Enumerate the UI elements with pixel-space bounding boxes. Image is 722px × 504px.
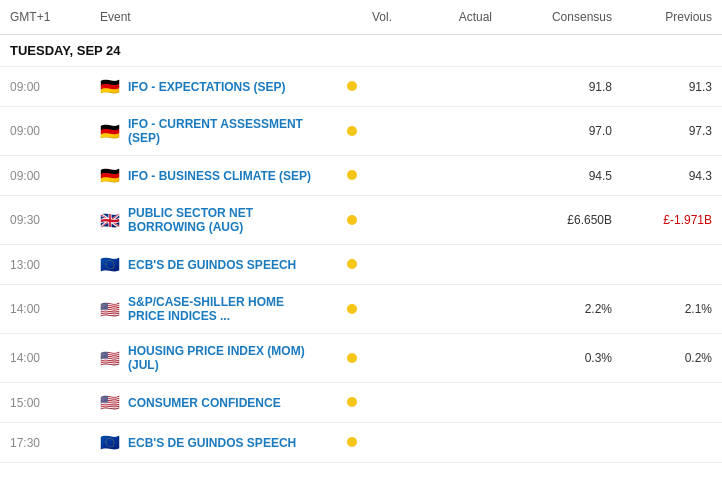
event-consensus: 2.2% (492, 302, 612, 316)
country-flag: 🇺🇸 (100, 300, 120, 319)
event-name[interactable]: 🇪🇺 ECB'S DE GUINDOS SPEECH (100, 255, 312, 274)
event-vol (312, 213, 392, 228)
event-vol (312, 79, 392, 94)
event-previous: £-1.971B (612, 213, 712, 227)
header-event: Event (100, 10, 312, 24)
events-list: 09:00 🇩🇪 IFO - EXPECTATIONS (SEP) 91.8 9… (0, 67, 722, 463)
event-time: 13:00 (10, 258, 100, 272)
event-vol (312, 124, 392, 139)
volatility-dot (347, 397, 357, 407)
event-time: 17:30 (10, 436, 100, 450)
event-name[interactable]: 🇩🇪 IFO - CURRENT ASSESSMENT (SEP) (100, 117, 312, 145)
table-row[interactable]: 09:30 🇬🇧 PUBLIC SECTOR NET BORROWING (AU… (0, 196, 722, 245)
header-actual: Actual (392, 10, 492, 24)
event-time: 14:00 (10, 351, 100, 365)
event-time: 14:00 (10, 302, 100, 316)
volatility-dot (347, 81, 357, 91)
event-vol (312, 395, 392, 410)
event-name[interactable]: 🇬🇧 PUBLIC SECTOR NET BORROWING (AUG) (100, 206, 312, 234)
event-time: 15:00 (10, 396, 100, 410)
table-row[interactable]: 15:00 🇺🇸 CONSUMER CONFIDENCE (0, 383, 722, 423)
volatility-dot (347, 437, 357, 447)
event-previous: 97.3 (612, 124, 712, 138)
country-flag: 🇩🇪 (100, 77, 120, 96)
volatility-dot (347, 353, 357, 363)
event-time: 09:00 (10, 80, 100, 94)
event-vol (312, 351, 392, 366)
country-flag: 🇺🇸 (100, 393, 120, 412)
header-vol: Vol. (312, 10, 392, 24)
table-row[interactable]: 14:00 🇺🇸 HOUSING PRICE INDEX (MOM) (JUL)… (0, 334, 722, 383)
event-vol (312, 302, 392, 317)
event-name[interactable]: 🇪🇺 ECB'S DE GUINDOS SPEECH (100, 433, 312, 452)
event-consensus: 94.5 (492, 169, 612, 183)
table-row[interactable]: 14:00 🇺🇸 S&P/CASE-SHILLER HOME PRICE IND… (0, 285, 722, 334)
event-vol (312, 168, 392, 183)
event-name[interactable]: 🇺🇸 S&P/CASE-SHILLER HOME PRICE INDICES .… (100, 295, 312, 323)
event-consensus: 91.8 (492, 80, 612, 94)
volatility-dot (347, 170, 357, 180)
event-consensus: 97.0 (492, 124, 612, 138)
volatility-dot (347, 215, 357, 225)
event-time: 09:00 (10, 124, 100, 138)
table-row[interactable]: 13:00 🇪🇺 ECB'S DE GUINDOS SPEECH (0, 245, 722, 285)
country-flag: 🇩🇪 (100, 166, 120, 185)
table-row[interactable]: 09:00 🇩🇪 IFO - BUSINESS CLIMATE (SEP) 94… (0, 156, 722, 196)
country-flag: 🇩🇪 (100, 122, 120, 141)
event-previous: 91.3 (612, 80, 712, 94)
event-previous: 94.3 (612, 169, 712, 183)
date-section-header: TUESDAY, SEP 24 (0, 35, 722, 67)
event-previous: 2.1% (612, 302, 712, 316)
volatility-dot (347, 126, 357, 136)
table-row[interactable]: 09:00 🇩🇪 IFO - EXPECTATIONS (SEP) 91.8 9… (0, 67, 722, 107)
country-flag: 🇪🇺 (100, 433, 120, 452)
header-consensus: Consensus (492, 10, 612, 24)
table-header: GMT+1 Event Vol. Actual Consensus Previo… (0, 0, 722, 35)
volatility-dot (347, 304, 357, 314)
event-time: 09:00 (10, 169, 100, 183)
event-vol (312, 257, 392, 272)
event-consensus: 0.3% (492, 351, 612, 365)
country-flag: 🇪🇺 (100, 255, 120, 274)
event-consensus: £6.650B (492, 213, 612, 227)
event-name[interactable]: 🇩🇪 IFO - EXPECTATIONS (SEP) (100, 77, 312, 96)
event-name[interactable]: 🇩🇪 IFO - BUSINESS CLIMATE (SEP) (100, 166, 312, 185)
country-flag: 🇺🇸 (100, 349, 120, 368)
header-previous: Previous (612, 10, 712, 24)
table-row[interactable]: 17:30 🇪🇺 ECB'S DE GUINDOS SPEECH (0, 423, 722, 463)
table-row[interactable]: 09:00 🇩🇪 IFO - CURRENT ASSESSMENT (SEP) … (0, 107, 722, 156)
event-previous: 0.2% (612, 351, 712, 365)
header-gmt: GMT+1 (10, 10, 100, 24)
event-vol (312, 435, 392, 450)
event-time: 09:30 (10, 213, 100, 227)
event-name[interactable]: 🇺🇸 CONSUMER CONFIDENCE (100, 393, 312, 412)
volatility-dot (347, 259, 357, 269)
country-flag: 🇬🇧 (100, 211, 120, 230)
event-name[interactable]: 🇺🇸 HOUSING PRICE INDEX (MOM) (JUL) (100, 344, 312, 372)
